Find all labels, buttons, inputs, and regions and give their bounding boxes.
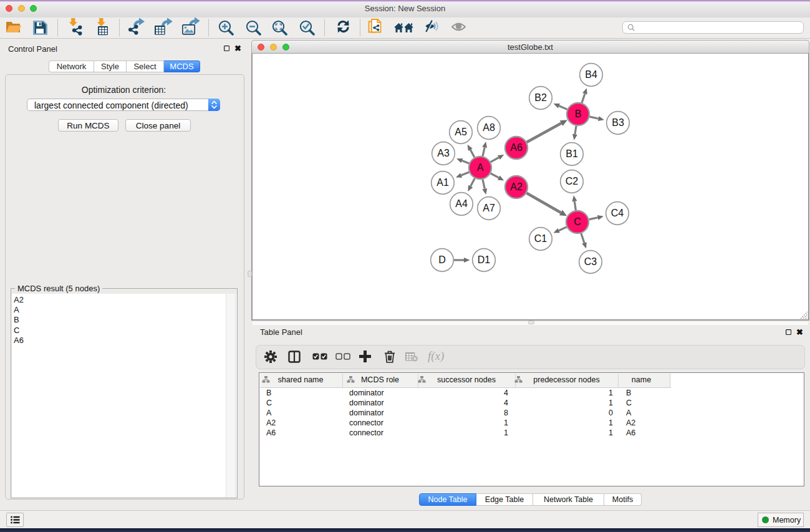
svg-text:A: A [477, 162, 484, 173]
svg-text:A2: A2 [510, 181, 523, 192]
svg-text:A1: A1 [436, 177, 449, 188]
svg-text:C1: C1 [534, 233, 547, 244]
svg-text:B2: B2 [534, 92, 547, 103]
svg-text:A4: A4 [455, 198, 468, 209]
svg-text:C: C [574, 216, 581, 227]
svg-text:B3: B3 [612, 117, 624, 128]
svg-text:A6: A6 [510, 142, 523, 153]
svg-text:C4: C4 [611, 208, 624, 218]
svg-text:B: B [575, 109, 582, 119]
svg-text:A7: A7 [483, 203, 495, 213]
svg-text:D1: D1 [478, 254, 491, 265]
svg-text:C2: C2 [566, 176, 579, 186]
svg-text:C3: C3 [584, 256, 597, 267]
svg-text:B4: B4 [585, 69, 597, 80]
svg-text:D: D [438, 254, 446, 265]
svg-text:A3: A3 [437, 148, 450, 158]
svg-text:A8: A8 [483, 122, 495, 133]
svg-text:A5: A5 [455, 127, 467, 137]
svg-text:B1: B1 [566, 148, 578, 159]
